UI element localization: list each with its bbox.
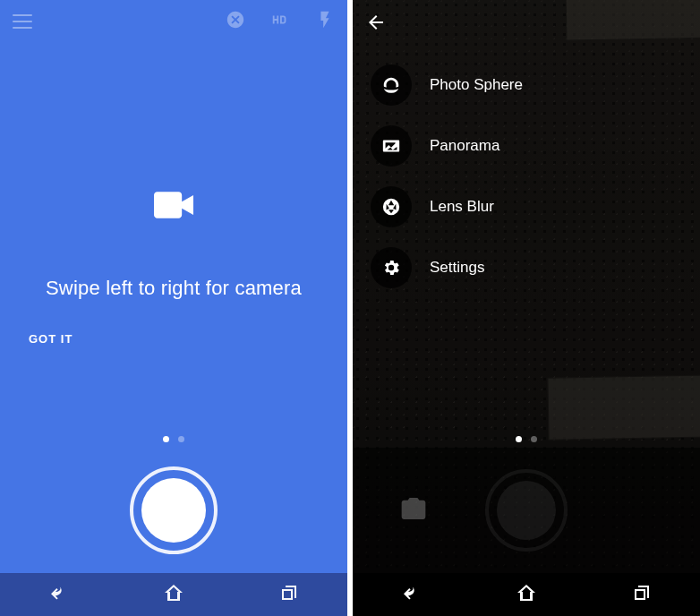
menu-item-lensblur[interactable]: Lens Blur	[371, 186, 523, 227]
photosphere-icon	[371, 64, 412, 106]
nav-recents-icon[interactable]	[278, 582, 300, 607]
video-camera-icon	[154, 191, 193, 223]
android-navbar	[0, 573, 347, 616]
page-dot	[163, 436, 169, 442]
menu-item-photosphere[interactable]: Photo Sphere	[371, 64, 523, 106]
tutorial-hint-text: Swipe left to right for camera	[46, 277, 302, 300]
shutter-button[interactable]	[485, 469, 568, 552]
menu-label: Settings	[430, 259, 484, 277]
lensblur-icon	[371, 186, 412, 227]
nav-home-icon[interactable]	[516, 582, 537, 607]
shutter-bar	[353, 448, 700, 573]
switch-camera-icon[interactable]	[399, 494, 428, 526]
page-indicator	[0, 436, 347, 442]
screen-camera-menu: Photo Sphere Panorama Lens Blur Settings	[353, 0, 700, 616]
menu-item-settings[interactable]: Settings	[371, 247, 523, 288]
page-dot	[516, 436, 522, 442]
nav-back-icon[interactable]	[47, 582, 69, 607]
page-dot	[531, 436, 537, 442]
android-navbar	[353, 573, 700, 616]
screen-camera-tutorial: Swipe left to right for camera GOT IT	[0, 0, 347, 616]
back-arrow-icon[interactable]	[365, 12, 387, 37]
menu-label: Photo Sphere	[430, 76, 523, 94]
menu-topbar	[353, 0, 700, 48]
menu-label: Lens Blur	[430, 198, 494, 216]
menu-item-panorama[interactable]: Panorama	[371, 125, 523, 167]
nav-home-icon[interactable]	[163, 582, 184, 607]
nav-back-icon[interactable]	[400, 582, 422, 607]
got-it-button[interactable]: GOT IT	[29, 332, 73, 346]
settings-icon	[371, 247, 412, 288]
shutter-button[interactable]	[130, 466, 218, 554]
page-indicator	[353, 436, 700, 442]
page-dot	[178, 436, 184, 442]
shutter-bar	[0, 448, 347, 573]
menu-label: Panorama	[430, 137, 499, 155]
nav-recents-icon[interactable]	[631, 582, 653, 607]
camera-mode-menu: Photo Sphere Panorama Lens Blur Settings	[371, 64, 523, 288]
panorama-icon	[371, 125, 412, 167]
